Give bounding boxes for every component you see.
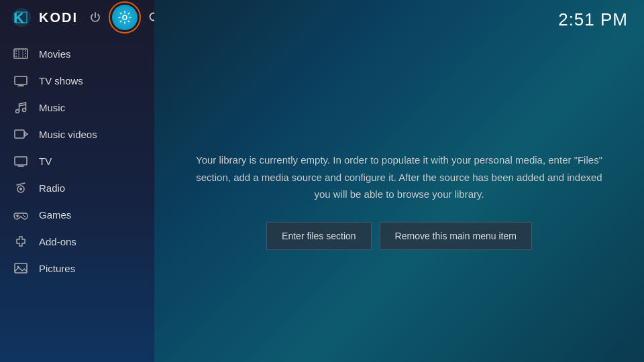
power-icon <box>89 11 102 24</box>
svg-point-7 <box>15 50 17 52</box>
svg-line-20 <box>19 105 26 106</box>
sidebar-item-movies[interactable]: Movies <box>0 40 154 67</box>
header-icons <box>85 1 165 34</box>
sidebar-label-tv: TV <box>39 156 52 167</box>
svg-rect-21 <box>15 130 24 138</box>
addons-icon <box>13 234 28 249</box>
radio-icon <box>13 180 28 195</box>
svg-point-8 <box>15 53 17 54</box>
sidebar-label-music-videos: Music videos <box>39 129 97 140</box>
gear-icon <box>118 11 131 24</box>
settings-button-wrapper <box>109 1 141 34</box>
sidebar-item-games[interactable]: Games <box>0 201 154 228</box>
sidebar-item-tv[interactable]: TV <box>0 147 154 174</box>
svg-marker-22 <box>25 132 28 136</box>
kodi-logo-icon: K <box>11 7 32 28</box>
sidebar-label-tv-shows: TV shows <box>39 75 83 86</box>
music-videos-icon <box>13 127 28 141</box>
enter-files-button[interactable]: Enter files section <box>266 222 372 250</box>
remove-menu-item-button[interactable]: Remove this main menu item <box>380 222 532 250</box>
svg-rect-31 <box>15 263 27 273</box>
svg-rect-13 <box>18 49 19 58</box>
sidebar-item-radio[interactable]: Radio <box>0 174 154 201</box>
svg-point-3 <box>123 15 127 19</box>
kodi-title: KODI <box>39 10 78 25</box>
content-area: Your library is currently empty. In orde… <box>154 40 644 362</box>
power-button[interactable] <box>85 8 106 27</box>
sidebar-item-tv-shows[interactable]: TV shows <box>0 67 154 94</box>
movies-icon <box>13 46 28 61</box>
nav-items: Movies TV shows Music <box>0 35 154 362</box>
svg-point-11 <box>25 53 26 54</box>
sidebar-label-games: Games <box>39 209 71 221</box>
svg-point-10 <box>25 50 26 52</box>
svg-point-26 <box>19 188 22 190</box>
sidebar-label-music: Music <box>39 102 65 113</box>
svg-point-30 <box>24 216 25 217</box>
svg-rect-23 <box>15 157 27 165</box>
sidebar-label-radio: Radio <box>39 182 65 194</box>
pictures-icon <box>13 261 28 276</box>
top-bar: 2:51 PM <box>154 0 644 40</box>
music-icon <box>13 100 28 115</box>
sidebar-item-music-videos[interactable]: Music videos <box>0 121 154 147</box>
sidebar-label-movies: Movies <box>39 48 71 60</box>
sidebar-label-pictures: Pictures <box>39 263 75 274</box>
tv-icon <box>13 154 28 168</box>
tv-shows-icon <box>13 73 28 88</box>
sidebar-item-add-ons[interactable]: Add-ons <box>0 228 154 255</box>
sidebar: K KODI <box>0 0 154 362</box>
sidebar-item-music[interactable]: Music <box>0 94 154 121</box>
settings-button[interactable] <box>112 5 138 30</box>
games-icon <box>13 207 28 222</box>
svg-rect-14 <box>22 49 23 58</box>
sidebar-header: K KODI <box>0 0 154 35</box>
sidebar-label-add-ons: Add-ons <box>39 236 76 247</box>
svg-point-12 <box>25 56 26 57</box>
svg-rect-15 <box>15 76 27 84</box>
sidebar-item-pictures[interactable]: Pictures <box>0 255 154 282</box>
action-buttons: Enter files section Remove this main men… <box>266 222 532 250</box>
svg-text:K: K <box>13 9 24 26</box>
svg-point-29 <box>23 215 24 216</box>
svg-point-9 <box>15 56 17 57</box>
time-display: 2:51 PM <box>558 9 628 30</box>
empty-library-message: Your library is currently empty. In orde… <box>195 152 604 203</box>
main-content: 2:51 PM Your library is currently empty.… <box>154 0 644 362</box>
